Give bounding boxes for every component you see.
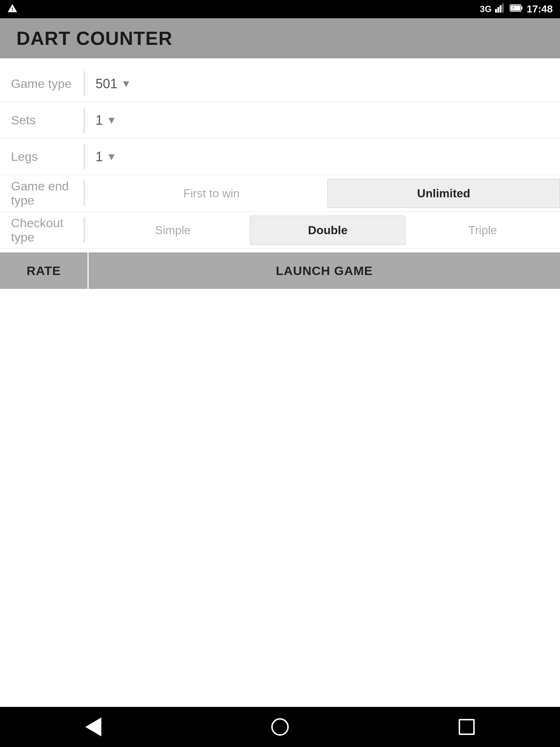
checkout-triple-button[interactable]: Triple [405,216,560,245]
sets-dropdown[interactable]: 1 ▼ [96,113,117,128]
recents-icon [459,719,475,735]
svg-rect-3 [502,3,504,12]
sets-row: Sets 1 ▼ [0,102,560,139]
game-end-first-to-win-button[interactable]: First to win [96,179,327,208]
game-end-type-row: Game end type First to win Unlimited [0,175,560,212]
checkout-simple-button[interactable]: Simple [96,216,250,245]
game-type-value: 501 [96,76,117,92]
back-icon [85,717,101,736]
back-button[interactable] [71,712,115,742]
battery-icon: ! [510,3,523,15]
checkout-type-row: Checkout type Simple Double Triple [0,212,560,249]
app-title: DART COUNTER [16,27,172,49]
status-bar-left [7,3,18,15]
main-content: Game type 501 ▼ Sets 1 ▼ Legs 1 ▼ [0,58,560,707]
status-bar-right: 3G ! 17:48 [480,3,553,15]
svg-rect-5 [521,7,522,9]
svg-rect-0 [495,9,497,12]
sets-divider [84,108,85,133]
game-end-unlimited-button[interactable]: Unlimited [327,179,560,208]
action-buttons: RATE LAUNCH GAME [0,252,560,289]
rate-button[interactable]: RATE [0,252,88,289]
legs-label: Legs [0,150,84,164]
home-button[interactable] [258,712,302,742]
warning-icon [7,3,18,15]
game-type-arrow-icon: ▼ [121,78,131,90]
home-icon [271,718,289,736]
sets-value: 1 [96,113,103,128]
game-type-row: Game type 501 ▼ [0,66,560,102]
game-end-type-divider [84,181,85,206]
launch-game-button[interactable]: LAUNCH GAME [89,252,560,289]
svg-text:!: ! [513,6,514,10]
checkout-double-button[interactable]: Double [250,216,405,245]
game-end-type-toggle-group: First to win Unlimited [96,179,560,208]
game-type-divider [84,71,85,97]
sets-arrow-icon: ▼ [106,115,117,126]
legs-row: Legs 1 ▼ [0,139,560,175]
checkout-type-label: Checkout type [0,216,84,244]
legs-arrow-icon: ▼ [106,151,117,163]
game-end-type-control: First to win Unlimited [96,179,560,208]
bottom-navigation [0,707,560,747]
sets-control: 1 ▼ [96,113,560,128]
checkout-type-control: Simple Double Triple [96,216,560,245]
signal-bars-icon [495,3,506,15]
svg-rect-1 [498,7,499,12]
svg-rect-2 [500,5,502,12]
checkout-type-divider [84,217,85,243]
network-type-label: 3G [480,4,491,14]
sets-label: Sets [0,113,84,127]
checkout-type-toggle-group: Simple Double Triple [96,216,560,245]
svg-rect-6 [511,5,520,11]
game-type-label: Game type [0,77,84,91]
legs-divider [84,144,85,170]
legs-dropdown[interactable]: 1 ▼ [96,149,117,165]
game-type-control: 501 ▼ [96,76,560,92]
clock-time: 17:48 [526,3,553,15]
status-bar: 3G ! 17:48 [0,0,560,18]
app-header: DART COUNTER [0,18,560,58]
legs-control: 1 ▼ [96,149,560,165]
game-type-dropdown[interactable]: 501 ▼ [96,76,131,92]
game-end-type-label: Game end type [0,179,84,208]
recents-button[interactable] [445,712,489,742]
legs-value: 1 [96,149,103,165]
